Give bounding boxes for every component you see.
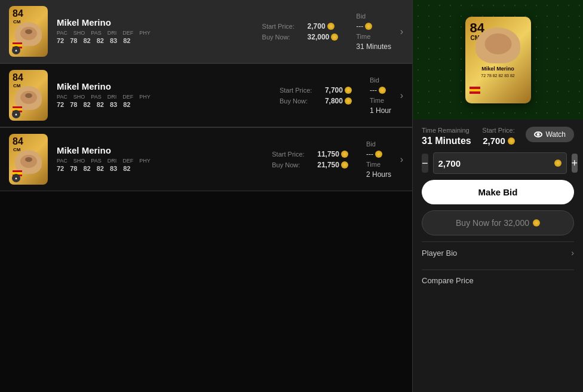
- big-player-face: [475, 27, 520, 63]
- stat-label-def: DEF: [122, 158, 133, 164]
- stats-labels-row: PAC SHO PAS DRI DEF PHY: [57, 94, 280, 100]
- card-position: CM: [13, 147, 20, 152]
- stats-labels-row: PAC SHO PAS DRI DEF PHY: [57, 158, 272, 164]
- bid-input-row: − +: [422, 152, 574, 174]
- make-bid-button[interactable]: Make Bid: [422, 180, 574, 204]
- stat-val-dri: 82: [97, 37, 104, 44]
- player-club: ▲: [12, 174, 20, 182]
- price-section: Start Price: 7,700 Buy Now: 7,800: [280, 86, 352, 105]
- stat-val-sho: 78: [70, 165, 77, 172]
- start-price-label: Start Price:: [280, 87, 321, 94]
- time-group: Time: [356, 33, 391, 40]
- stat-label-pac: PAC: [57, 30, 67, 36]
- time-price-row: Time Remaining 31 Minutes Start Price: 2…: [422, 127, 574, 146]
- empty-area: [0, 191, 412, 392]
- stat-val-pac: 72: [57, 101, 64, 108]
- big-card-flag: [470, 87, 480, 94]
- buy-now-value: 21,750: [317, 161, 348, 169]
- coin-icon: [379, 87, 386, 94]
- buy-now-label: Buy Now for 32,000: [456, 218, 529, 228]
- buy-now-button[interactable]: Buy Now for 32,000: [422, 210, 574, 235]
- bid-group: Bid: [356, 13, 391, 20]
- bid-section: Bid --- Time 2 Hours: [366, 140, 391, 179]
- bid-group: Bid: [370, 76, 391, 84]
- buy-now-label: Buy Now:: [262, 33, 304, 41]
- bid-label: Bid: [370, 76, 379, 84]
- coin-icon: [365, 23, 372, 30]
- bid-value: ---: [366, 150, 391, 158]
- player-bio-row[interactable]: Player Bio ›: [422, 241, 574, 264]
- detail-panel: 84 CM Mikel Merino 72 78 82 82 83 82 Tim…: [412, 0, 583, 392]
- card-rating: 84: [13, 9, 23, 19]
- player-info: Mikel Merino PAC SHO PAS DRI DEF PHY 72 …: [57, 81, 280, 109]
- coin-icon: [327, 23, 335, 30]
- time-value: 31 Minutes: [356, 42, 391, 51]
- stat-label-phy: PHY: [139, 30, 151, 36]
- stat-label-phy: PHY: [139, 94, 151, 100]
- player-card-mini: 84 CM ▲: [9, 6, 48, 57]
- bid-group: Bid: [366, 140, 391, 148]
- table-row[interactable]: 84 CM ▲ Mikel Merino PAC SHO PAS DRI DEF…: [0, 127, 412, 191]
- stat-label-pas: PAS: [91, 30, 101, 36]
- card-display-area: 84 CM Mikel Merino 72 78 82 82 83 82: [413, 0, 583, 120]
- coin-icon: [345, 87, 352, 94]
- start-price-value: 11,750: [317, 150, 348, 158]
- player-bio-label: Player Bio: [422, 249, 457, 258]
- coin-icon: [331, 33, 338, 41]
- buy-now-group: Buy Now: 32,000: [262, 33, 339, 41]
- price-section: Start Price: 2,700 Buy Now: 32,000: [262, 22, 339, 41]
- card-position: CM: [13, 19, 20, 24]
- stat-val-dri: 82: [97, 165, 104, 172]
- player-name: Mikel Merino: [57, 17, 262, 27]
- bid-input[interactable]: [438, 158, 554, 169]
- stat-val-pas: 82: [84, 101, 91, 108]
- stats-values-row: 72 78 82 82 83 82: [57, 165, 272, 172]
- time-remaining-label: Time Remaining: [422, 127, 471, 134]
- compare-price-row[interactable]: Compare Price: [422, 270, 574, 291]
- detail-start-price-value: 2,700: [483, 136, 515, 146]
- card-rating: 84: [13, 137, 23, 146]
- start-price-group: Start Price: 7,700: [280, 86, 352, 94]
- bid-input-container: [433, 152, 567, 174]
- stat-val-phy: 82: [123, 101, 130, 108]
- stat-val-def: 83: [110, 37, 117, 44]
- player-club: ▲: [12, 46, 20, 54]
- bid-decrease-button[interactable]: −: [422, 154, 428, 173]
- time-value: 1 Hour: [370, 106, 391, 115]
- stat-label-sho: SHO: [73, 158, 85, 164]
- stat-val-phy: 82: [123, 165, 130, 172]
- player-list: 84 CM ▲ Mikel Merino PAC SHO PAS DRI DEF…: [0, 0, 412, 392]
- stat-val-sho: 78: [70, 37, 77, 44]
- start-price-value: 7,700: [325, 86, 352, 94]
- watch-button[interactable]: Watch: [526, 127, 574, 142]
- big-card-name: Mikel Merino: [481, 66, 514, 72]
- buy-now-group: Buy Now: 7,800: [280, 97, 352, 105]
- stat-label-def: DEF: [122, 30, 133, 36]
- table-row[interactable]: 84 CM ▲ Mikel Merino PAC SHO PAS DRI DEF…: [0, 63, 412, 127]
- start-price-group: Start Price: 2,700: [262, 22, 339, 30]
- stat-label-sho: SHO: [73, 30, 85, 36]
- player-card-mini: 84 CM ▲: [9, 70, 48, 121]
- bid-section: Bid --- Time 1 Hour: [370, 76, 391, 115]
- buy-now-group: Buy Now: 21,750: [272, 161, 348, 169]
- bid-value: ---: [356, 22, 391, 30]
- stat-label-phy: PHY: [139, 158, 151, 164]
- stat-val-phy: 82: [123, 37, 130, 44]
- make-bid-label: Make Bid: [478, 187, 518, 197]
- compare-price-label: Compare Price: [422, 276, 474, 285]
- card-position: CM: [13, 83, 20, 88]
- player-club: ▲: [12, 110, 20, 118]
- time-remaining-value: 31 Minutes: [422, 136, 471, 146]
- buy-now-value: 32,000: [308, 33, 339, 41]
- bid-increase-button[interactable]: +: [572, 154, 578, 173]
- table-row[interactable]: 84 CM ▲ Mikel Merino PAC SHO PAS DRI DEF…: [0, 0, 412, 63]
- start-price-label: Start Price:: [272, 151, 314, 158]
- coin-icon: [345, 97, 352, 105]
- player-name: Mikel Merino: [57, 145, 272, 155]
- start-price-value: 2,700: [308, 22, 335, 30]
- bid-label: Bid: [366, 140, 376, 148]
- time-label: Time: [370, 97, 384, 104]
- coin-icon: [341, 151, 348, 158]
- stat-val-def: 83: [110, 165, 117, 172]
- coin-icon: [508, 137, 515, 145]
